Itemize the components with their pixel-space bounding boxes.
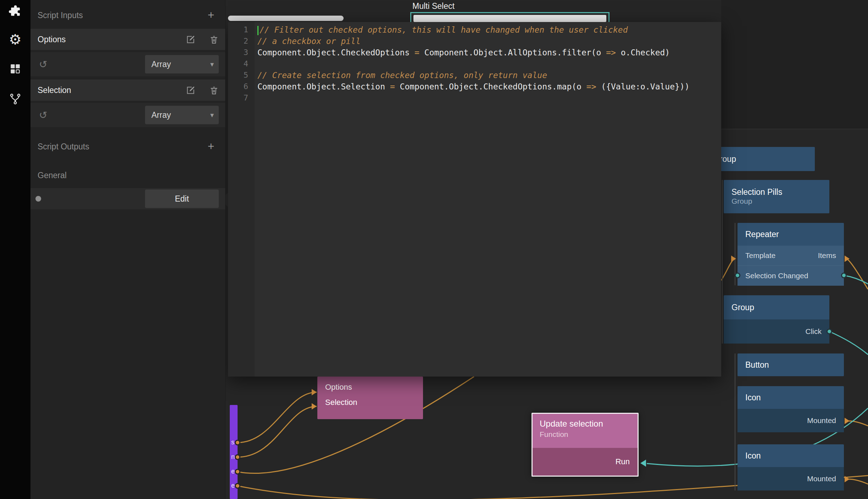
tree-indent-line [735, 353, 735, 490]
wire-items [847, 259, 868, 289]
node-title: Button [738, 353, 844, 376]
line-number: 1 [228, 24, 255, 35]
wire-to-template-2 [721, 259, 735, 280]
clipped-port-label: s [231, 439, 234, 446]
click-dot[interactable] [827, 329, 832, 334]
node-icon-2[interactable]: Icon Mounted [738, 444, 844, 490]
line-number: 2 [228, 35, 255, 47]
node-subtitle: Function [540, 430, 630, 439]
port-items[interactable]: Items [818, 251, 836, 260]
port-dot[interactable] [235, 454, 240, 460]
wire-mounted-1 [848, 421, 868, 426]
run-arrow-icon [640, 460, 646, 467]
port-mounted[interactable]: Mounted [807, 416, 836, 425]
node-options-selection[interactable]: Options Selection [317, 377, 423, 419]
node-subtitle: Group [724, 197, 829, 205]
horizontal-scrollbar[interactable] [228, 16, 344, 21]
node-group-top[interactable]: Group [706, 147, 815, 171]
logic-icon[interactable] [0, 88, 30, 110]
add-input-button[interactable]: + [204, 9, 218, 22]
input-name: Selection [38, 86, 71, 95]
port-dot[interactable] [235, 469, 240, 475]
inspector-panel: Script Inputs + Options ↺ Type Array ▾ S… [30, 0, 226, 499]
section-title: Script Inputs [38, 11, 83, 20]
script-status-dot [35, 196, 41, 202]
puzzle-icon[interactable] [0, 0, 30, 21]
text-cursor [257, 26, 258, 35]
port-selection-changed[interactable]: Selection Changed [745, 272, 808, 280]
section-title: General [38, 171, 67, 180]
dropdown-value: Array [151, 60, 171, 69]
section-title: Script Outputs [38, 142, 89, 152]
line-number: 5 [228, 70, 255, 81]
dropdown-value: Array [151, 110, 171, 120]
line-number-gutter: 1 2 3 4 5 6 7 [228, 22, 255, 377]
add-output-button[interactable]: + [204, 140, 218, 153]
node-update-selection[interactable]: Update selection Function Run [532, 413, 639, 477]
script-outputs-header: Script Outputs [30, 136, 225, 158]
port-mounted[interactable]: Mounted [807, 475, 836, 483]
node-title: Group [724, 295, 829, 319]
node-title: Update selection [540, 419, 630, 429]
clipped-port-label: n [231, 453, 235, 461]
edit-icon[interactable] [185, 34, 196, 45]
selection-changed-dot[interactable] [841, 273, 847, 278]
line-number: 6 [228, 81, 255, 92]
port-click[interactable]: Click [806, 327, 822, 336]
port-template[interactable]: Template [745, 251, 775, 260]
clipped-port-label: e [231, 468, 235, 475]
code-lines[interactable]: // Filter out checked options, this will… [255, 22, 721, 377]
code-line: // Filter out checked options, this will… [257, 24, 721, 35]
node-title: Selection Pills [724, 180, 829, 197]
wire-options-2 [238, 406, 317, 457]
reset-icon[interactable]: ↺ [39, 59, 47, 70]
components-icon[interactable] [0, 58, 30, 79]
input-row-options[interactable]: Options [30, 29, 225, 50]
code-line [257, 92, 721, 104]
line-number: 3 [228, 47, 255, 58]
code-line: Component.Object.CheckedOptions = Compon… [257, 47, 721, 58]
chevron-down-icon: ▾ [210, 60, 214, 68]
type-dropdown-selection[interactable]: Array ▾ [145, 106, 219, 124]
select-field[interactable] [413, 15, 606, 22]
node-icon-1[interactable]: Icon Mounted [738, 386, 844, 432]
wire-mounted-2 [848, 479, 868, 484]
port-dot[interactable] [235, 483, 240, 489]
code-line [257, 58, 721, 70]
wire-arrow-icon [312, 403, 317, 410]
selection-changed-dot[interactable] [735, 273, 740, 278]
general-header: General [30, 164, 225, 186]
code-line: // a checkbox or pill [257, 35, 721, 47]
node-title: Icon [738, 386, 844, 409]
node-group[interactable]: Group Click [724, 295, 829, 344]
port-run[interactable]: Run [616, 457, 630, 466]
edit-icon[interactable] [185, 85, 196, 95]
activity-bar: ⚙ [0, 0, 30, 499]
input-row-selection[interactable]: Selection [30, 79, 225, 101]
node-title: Icon [738, 444, 844, 467]
port-dot[interactable] [235, 440, 240, 445]
type-dropdown-options[interactable]: Array ▾ [145, 55, 219, 73]
node-selection-pills[interactable]: Selection Pills Group [724, 180, 829, 213]
trash-icon[interactable] [208, 34, 219, 45]
node-title: Group [706, 147, 815, 171]
port-selection[interactable]: Selection [317, 398, 423, 418]
node-repeater[interactable]: Repeater Template Items Selection Change… [738, 223, 844, 285]
code-line: Component.Object.Selection = Component.O… [257, 81, 721, 92]
clipped-port-label: e [231, 482, 235, 489]
wire-click [829, 331, 868, 355]
items-arrow-icon [845, 256, 850, 262]
reset-icon[interactable]: ↺ [39, 109, 47, 121]
node-title: Repeater [738, 223, 844, 246]
port-options[interactable]: Options [317, 377, 423, 398]
template-arrow-icon [731, 256, 736, 262]
node-button[interactable]: Button [738, 353, 844, 376]
edit-script-button[interactable]: Edit [145, 190, 219, 208]
code-line: // Create selection from checked options… [257, 70, 721, 81]
script-inputs-header: Script Inputs [30, 4, 225, 26]
gear-icon[interactable]: ⚙ [0, 29, 30, 50]
script-code-editor[interactable]: 1 2 3 4 5 6 7 // Filter out checked opti… [228, 22, 721, 377]
line-number: 7 [228, 92, 255, 104]
trash-icon[interactable] [208, 85, 219, 95]
mounted-arrow-icon [845, 418, 850, 424]
